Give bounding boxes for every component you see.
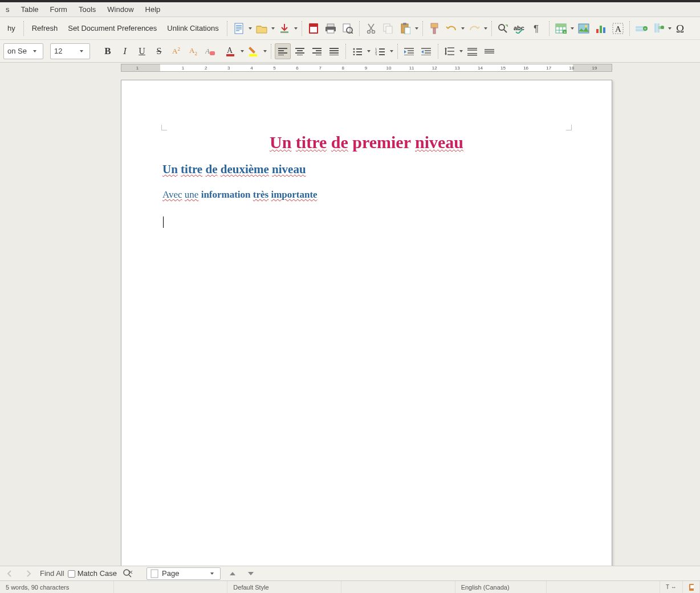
text-cursor-line[interactable] (162, 216, 571, 228)
paste-dropdown[interactable] (414, 21, 420, 36)
align-left-icon[interactable] (275, 43, 291, 59)
para-space-decrease-icon[interactable] (482, 43, 498, 59)
para-space-increase-icon[interactable] (465, 43, 481, 59)
omega-icon[interactable]: Ω (673, 21, 689, 36)
line-spacing-icon[interactable] (442, 43, 458, 59)
image-icon[interactable] (576, 21, 592, 36)
pilcrow-icon[interactable]: ¶ (530, 21, 546, 36)
paragraph-style-combo[interactable]: on Se (3, 43, 43, 59)
superscript-icon[interactable]: A2 (168, 43, 184, 59)
insert-row-icon[interactable]: + (633, 21, 649, 36)
menu-s[interactable]: s (0, 3, 15, 16)
formatting-toolbar: on Se 12 B I U S A2 A2 A A 123 (0, 40, 700, 63)
menu-help[interactable]: Help (140, 3, 166, 16)
svg-point-17 (367, 30, 370, 33)
pdf-icon[interactable] (306, 21, 321, 36)
set-doc-prefs-btn[interactable]: Set Document Preferences (63, 21, 161, 36)
strikethrough-icon[interactable]: S (151, 43, 167, 59)
word-count[interactable]: 5 words, 90 characters (0, 581, 114, 593)
svg-text:A: A (615, 24, 621, 34)
insert-col-icon[interactable] (650, 21, 666, 36)
find-prev-icon[interactable] (4, 567, 18, 580)
save-icon[interactable] (276, 21, 292, 36)
bold-icon[interactable]: B (100, 43, 116, 59)
table-dropdown[interactable] (569, 21, 575, 36)
menu-table[interactable]: Table (15, 3, 44, 16)
redo-dropdown[interactable] (483, 21, 489, 36)
menu-window[interactable]: Window (101, 3, 139, 16)
numbering-icon[interactable]: 123 (372, 43, 388, 59)
menubar[interactable]: sTableFormToolsWindowHelp (0, 2, 700, 17)
svg-point-105 (124, 570, 129, 575)
font-size-combo[interactable]: 12 (50, 43, 90, 59)
page[interactable]: Un titre de premier niveau Un titre de d… (121, 80, 612, 566)
open-icon[interactable] (254, 21, 270, 36)
svg-text:+: + (563, 30, 566, 34)
svg-text:abc: abc (514, 24, 524, 31)
svg-rect-3 (236, 28, 242, 30)
spellcheck-icon[interactable]: abc (512, 21, 528, 36)
clear-format-icon[interactable]: A (202, 43, 218, 59)
svg-rect-2 (236, 27, 242, 28)
indent-increase-icon[interactable] (401, 43, 417, 59)
print-preview-icon[interactable] (340, 21, 356, 36)
doc-modified-icon[interactable] (683, 581, 700, 593)
print-icon[interactable] (323, 21, 339, 36)
bullets-dropdown[interactable] (366, 43, 372, 59)
unlink-citations-btn[interactable]: Unlink Citations (162, 21, 223, 36)
highlight-icon[interactable] (246, 43, 262, 59)
find-replace-icon[interactable] (495, 21, 511, 36)
undo-icon[interactable] (443, 21, 459, 36)
horizontal-ruler[interactable]: 112345678910111213141516171819 (0, 63, 700, 73)
heading-2[interactable]: Un titre de deuxième niveau (162, 162, 571, 177)
new-doc-icon[interactable] (231, 21, 247, 36)
save-dropdown[interactable] (293, 21, 299, 36)
bullets-icon[interactable] (349, 43, 365, 59)
cut-icon[interactable] (363, 21, 379, 36)
italic-icon[interactable]: I (117, 43, 133, 59)
svg-rect-4 (236, 30, 239, 31)
align-center-icon[interactable] (292, 43, 308, 59)
align-justify-icon[interactable] (326, 43, 342, 59)
font-color-icon[interactable]: A (223, 43, 239, 59)
undo-dropdown[interactable] (460, 21, 466, 36)
document-area[interactable]: 112345678910111213141516171819 Un titre … (0, 63, 700, 566)
subscript-icon[interactable]: A2 (185, 43, 201, 59)
chart-icon[interactable] (593, 21, 609, 36)
underline-icon[interactable]: U (134, 43, 150, 59)
numbering-dropdown[interactable] (389, 43, 394, 59)
close-find-icon[interactable] (121, 567, 135, 580)
find-next-icon[interactable] (22, 567, 36, 580)
match-case-checkbox[interactable]: Match Case (68, 569, 117, 578)
indent-decrease-icon[interactable] (418, 43, 434, 59)
find-all-btn[interactable]: Find All (40, 569, 64, 578)
insert-col-dropdown[interactable] (667, 21, 673, 36)
nav-down-icon[interactable] (244, 567, 258, 580)
nav-combo[interactable]: Page (146, 567, 221, 580)
insert-mode[interactable]: T ↔ (660, 581, 683, 593)
copy-icon[interactable] (380, 21, 396, 36)
paste-icon[interactable] (397, 21, 413, 36)
page-style[interactable]: Default Style (227, 581, 341, 593)
align-right-icon[interactable] (309, 43, 325, 59)
refresh-btn[interactable]: Refresh (27, 21, 63, 36)
heading-1[interactable]: Un titre de premier niveau (162, 133, 571, 152)
svg-point-79 (353, 54, 355, 55)
language[interactable]: English (Canada) (455, 581, 547, 593)
menu-form[interactable]: Form (44, 3, 73, 16)
clone-format-icon[interactable] (426, 21, 442, 36)
font-color-dropdown[interactable] (239, 43, 245, 59)
nav-up-icon[interactable] (226, 567, 239, 580)
heading-3[interactable]: Avec une information très importante (162, 189, 571, 201)
textbox-icon[interactable]: A (610, 21, 626, 36)
open-dropdown[interactable] (270, 21, 276, 36)
svg-text:¶: ¶ (534, 23, 539, 34)
redo-icon[interactable] (466, 21, 482, 36)
menu-tools[interactable]: Tools (73, 3, 101, 16)
new-doc-dropdown[interactable] (247, 21, 253, 36)
zotero-btn[interactable]: hy (3, 21, 20, 36)
highlight-dropdown[interactable] (262, 43, 268, 59)
svg-rect-42 (603, 27, 605, 33)
table-icon[interactable]: + (553, 21, 569, 36)
line-spacing-dropdown[interactable] (458, 43, 464, 59)
